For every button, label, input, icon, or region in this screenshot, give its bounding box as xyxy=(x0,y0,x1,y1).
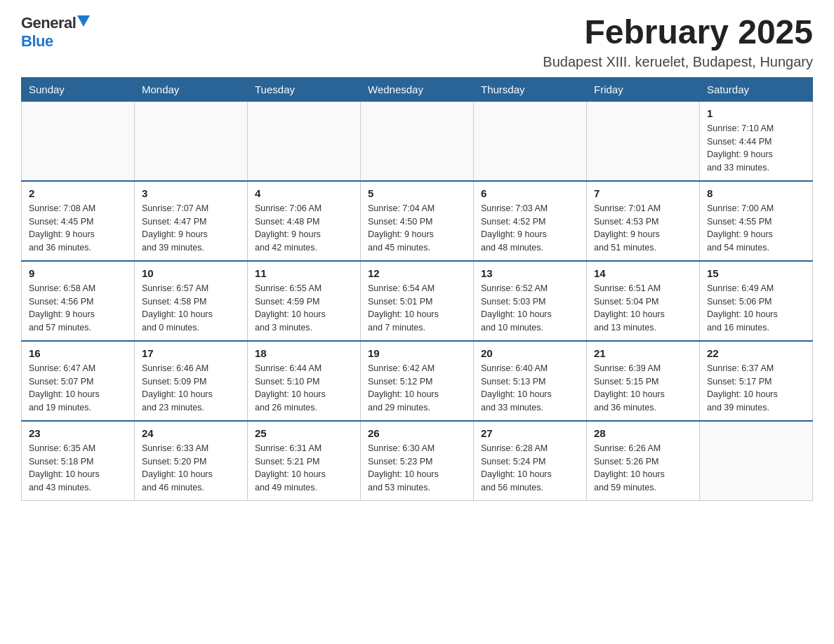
day-info: Sunrise: 7:03 AMSunset: 4:52 PMDaylight:… xyxy=(481,202,579,255)
table-row: 22Sunrise: 6:37 AMSunset: 5:17 PMDayligh… xyxy=(700,341,813,421)
table-row xyxy=(474,101,587,181)
svg-marker-0 xyxy=(77,15,90,27)
table-row: 10Sunrise: 6:57 AMSunset: 4:58 PMDayligh… xyxy=(135,261,248,341)
day-info: Sunrise: 6:51 AMSunset: 5:04 PMDaylight:… xyxy=(594,282,692,335)
table-row: 24Sunrise: 6:33 AMSunset: 5:20 PMDayligh… xyxy=(135,421,248,501)
page-header: General Blue February 2025 Budapest XIII… xyxy=(21,14,813,70)
table-row: 12Sunrise: 6:54 AMSunset: 5:01 PMDayligh… xyxy=(361,261,474,341)
day-info: Sunrise: 7:01 AMSunset: 4:53 PMDaylight:… xyxy=(594,202,692,255)
table-row: 15Sunrise: 6:49 AMSunset: 5:06 PMDayligh… xyxy=(700,261,813,341)
day-info: Sunrise: 6:52 AMSunset: 5:03 PMDaylight:… xyxy=(481,282,579,335)
table-row xyxy=(22,101,135,181)
day-number: 20 xyxy=(481,347,579,359)
table-row: 3Sunrise: 7:07 AMSunset: 4:47 PMDaylight… xyxy=(135,181,248,261)
table-row: 1Sunrise: 7:10 AMSunset: 4:44 PMDaylight… xyxy=(700,101,813,181)
day-info: Sunrise: 6:49 AMSunset: 5:06 PMDaylight:… xyxy=(707,282,805,335)
day-number: 23 xyxy=(29,427,127,439)
day-number: 9 xyxy=(29,267,127,279)
calendar-header-row: Sunday Monday Tuesday Wednesday Thursday… xyxy=(22,77,813,101)
table-row: 9Sunrise: 6:58 AMSunset: 4:56 PMDaylight… xyxy=(22,261,135,341)
calendar-week-row: 9Sunrise: 6:58 AMSunset: 4:56 PMDaylight… xyxy=(22,261,813,341)
day-number: 27 xyxy=(481,427,579,439)
table-row: 27Sunrise: 6:28 AMSunset: 5:24 PMDayligh… xyxy=(474,421,587,501)
day-number: 8 xyxy=(707,187,805,199)
table-row: 28Sunrise: 6:26 AMSunset: 5:26 PMDayligh… xyxy=(587,421,700,501)
day-number: 13 xyxy=(481,267,579,279)
table-row: 14Sunrise: 6:51 AMSunset: 5:04 PMDayligh… xyxy=(587,261,700,341)
table-row: 7Sunrise: 7:01 AMSunset: 4:53 PMDaylight… xyxy=(587,181,700,261)
day-number: 18 xyxy=(255,347,353,359)
day-number: 11 xyxy=(255,267,353,279)
title-area: February 2025 Budapest XIII. keruelet, B… xyxy=(543,14,813,70)
col-friday: Friday xyxy=(587,77,700,101)
day-number: 14 xyxy=(594,267,692,279)
logo-arrow-icon xyxy=(77,15,90,28)
day-number: 12 xyxy=(368,267,466,279)
col-wednesday: Wednesday xyxy=(361,77,474,101)
day-number: 5 xyxy=(368,187,466,199)
table-row xyxy=(361,101,474,181)
day-info: Sunrise: 6:31 AMSunset: 5:21 PMDaylight:… xyxy=(255,442,353,495)
location-subtitle: Budapest XIII. keruelet, Budapest, Hunga… xyxy=(543,54,813,70)
table-row xyxy=(700,421,813,501)
day-info: Sunrise: 6:39 AMSunset: 5:15 PMDaylight:… xyxy=(594,362,692,415)
calendar-table: Sunday Monday Tuesday Wednesday Thursday… xyxy=(21,77,813,501)
day-number: 24 xyxy=(142,427,240,439)
table-row: 23Sunrise: 6:35 AMSunset: 5:18 PMDayligh… xyxy=(22,421,135,501)
calendar-week-row: 23Sunrise: 6:35 AMSunset: 5:18 PMDayligh… xyxy=(22,421,813,501)
day-info: Sunrise: 6:57 AMSunset: 4:58 PMDaylight:… xyxy=(142,282,240,335)
table-row: 5Sunrise: 7:04 AMSunset: 4:50 PMDaylight… xyxy=(361,181,474,261)
table-row: 4Sunrise: 7:06 AMSunset: 4:48 PMDaylight… xyxy=(248,181,361,261)
day-info: Sunrise: 6:28 AMSunset: 5:24 PMDaylight:… xyxy=(481,442,579,495)
day-number: 1 xyxy=(707,107,805,119)
day-info: Sunrise: 7:10 AMSunset: 4:44 PMDaylight:… xyxy=(707,122,805,175)
day-info: Sunrise: 6:54 AMSunset: 5:01 PMDaylight:… xyxy=(368,282,466,335)
table-row: 19Sunrise: 6:42 AMSunset: 5:12 PMDayligh… xyxy=(361,341,474,421)
calendar-week-row: 16Sunrise: 6:47 AMSunset: 5:07 PMDayligh… xyxy=(22,341,813,421)
day-info: Sunrise: 6:46 AMSunset: 5:09 PMDaylight:… xyxy=(142,362,240,415)
col-tuesday: Tuesday xyxy=(248,77,361,101)
day-info: Sunrise: 7:06 AMSunset: 4:48 PMDaylight:… xyxy=(255,202,353,255)
day-number: 2 xyxy=(29,187,127,199)
col-saturday: Saturday xyxy=(700,77,813,101)
day-info: Sunrise: 7:00 AMSunset: 4:55 PMDaylight:… xyxy=(707,202,805,255)
calendar-week-row: 1Sunrise: 7:10 AMSunset: 4:44 PMDaylight… xyxy=(22,101,813,181)
table-row: 16Sunrise: 6:47 AMSunset: 5:07 PMDayligh… xyxy=(22,341,135,421)
logo-blue-text: Blue xyxy=(21,32,53,50)
table-row: 8Sunrise: 7:00 AMSunset: 4:55 PMDaylight… xyxy=(700,181,813,261)
calendar-week-row: 2Sunrise: 7:08 AMSunset: 4:45 PMDaylight… xyxy=(22,181,813,261)
table-row: 13Sunrise: 6:52 AMSunset: 5:03 PMDayligh… xyxy=(474,261,587,341)
day-number: 7 xyxy=(594,187,692,199)
day-info: Sunrise: 6:55 AMSunset: 4:59 PMDaylight:… xyxy=(255,282,353,335)
day-number: 15 xyxy=(707,267,805,279)
day-number: 17 xyxy=(142,347,240,359)
day-info: Sunrise: 6:37 AMSunset: 5:17 PMDaylight:… xyxy=(707,362,805,415)
day-number: 6 xyxy=(481,187,579,199)
day-info: Sunrise: 6:33 AMSunset: 5:20 PMDaylight:… xyxy=(142,442,240,495)
month-year-title: February 2025 xyxy=(543,14,813,51)
day-info: Sunrise: 6:26 AMSunset: 5:26 PMDaylight:… xyxy=(594,442,692,495)
day-info: Sunrise: 6:47 AMSunset: 5:07 PMDaylight:… xyxy=(29,362,127,415)
logo-general-text: General xyxy=(21,14,76,32)
day-number: 3 xyxy=(142,187,240,199)
table-row xyxy=(135,101,248,181)
day-info: Sunrise: 6:30 AMSunset: 5:23 PMDaylight:… xyxy=(368,442,466,495)
table-row: 17Sunrise: 6:46 AMSunset: 5:09 PMDayligh… xyxy=(135,341,248,421)
day-number: 28 xyxy=(594,427,692,439)
table-row: 6Sunrise: 7:03 AMSunset: 4:52 PMDaylight… xyxy=(474,181,587,261)
day-info: Sunrise: 6:58 AMSunset: 4:56 PMDaylight:… xyxy=(29,282,127,335)
day-number: 21 xyxy=(594,347,692,359)
col-sunday: Sunday xyxy=(22,77,135,101)
day-number: 26 xyxy=(368,427,466,439)
table-row: 26Sunrise: 6:30 AMSunset: 5:23 PMDayligh… xyxy=(361,421,474,501)
table-row: 2Sunrise: 7:08 AMSunset: 4:45 PMDaylight… xyxy=(22,181,135,261)
table-row: 25Sunrise: 6:31 AMSunset: 5:21 PMDayligh… xyxy=(248,421,361,501)
day-info: Sunrise: 6:40 AMSunset: 5:13 PMDaylight:… xyxy=(481,362,579,415)
table-row xyxy=(248,101,361,181)
day-info: Sunrise: 6:35 AMSunset: 5:18 PMDaylight:… xyxy=(29,442,127,495)
day-info: Sunrise: 7:07 AMSunset: 4:47 PMDaylight:… xyxy=(142,202,240,255)
day-number: 4 xyxy=(255,187,353,199)
day-info: Sunrise: 6:44 AMSunset: 5:10 PMDaylight:… xyxy=(255,362,353,415)
col-monday: Monday xyxy=(135,77,248,101)
day-number: 22 xyxy=(707,347,805,359)
